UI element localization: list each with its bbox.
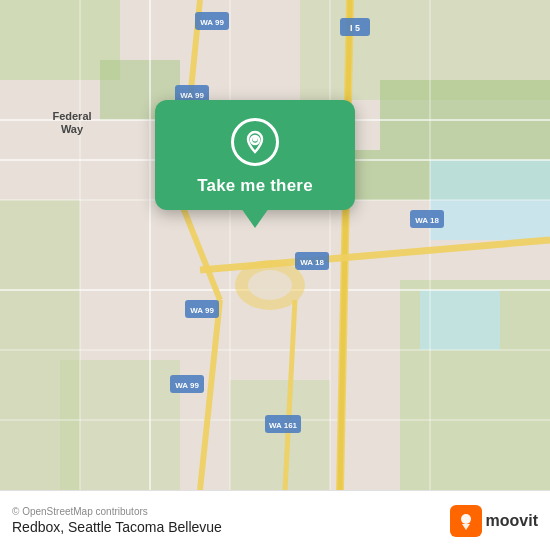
svg-text:WA 161: WA 161 — [269, 421, 298, 430]
svg-text:WA 99: WA 99 — [190, 306, 214, 315]
svg-point-52 — [461, 514, 471, 524]
map-container: I 5 WA 99 WA 99 WA 99 WA 99 WA 18 WA 18 … — [0, 0, 550, 490]
svg-point-49 — [248, 270, 292, 300]
svg-rect-11 — [420, 290, 500, 350]
svg-text:WA 99: WA 99 — [175, 381, 199, 390]
moovit-logo: moovit — [450, 505, 538, 537]
bottom-left-info: © OpenStreetMap contributors Redbox, Sea… — [12, 506, 222, 535]
svg-text:I 5: I 5 — [350, 23, 360, 33]
location-label: Redbox, Seattle Tacoma Bellevue — [12, 519, 222, 535]
svg-text:Way: Way — [61, 123, 84, 135]
moovit-text: moovit — [486, 512, 538, 530]
svg-text:WA 18: WA 18 — [415, 216, 439, 225]
svg-text:WA 18: WA 18 — [300, 258, 324, 267]
moovit-icon — [450, 505, 482, 537]
bottom-bar: © OpenStreetMap contributors Redbox, Sea… — [0, 490, 550, 550]
take-me-there-button-label: Take me there — [197, 176, 313, 196]
popup-card[interactable]: Take me there — [155, 100, 355, 210]
map-attribution: © OpenStreetMap contributors — [12, 506, 222, 517]
svg-point-51 — [253, 137, 258, 142]
svg-text:WA 99: WA 99 — [180, 91, 204, 100]
svg-text:Federal: Federal — [52, 110, 91, 122]
location-icon-circle — [231, 118, 279, 166]
svg-text:WA 99: WA 99 — [200, 18, 224, 27]
svg-rect-7 — [230, 380, 330, 490]
svg-rect-6 — [60, 360, 180, 490]
